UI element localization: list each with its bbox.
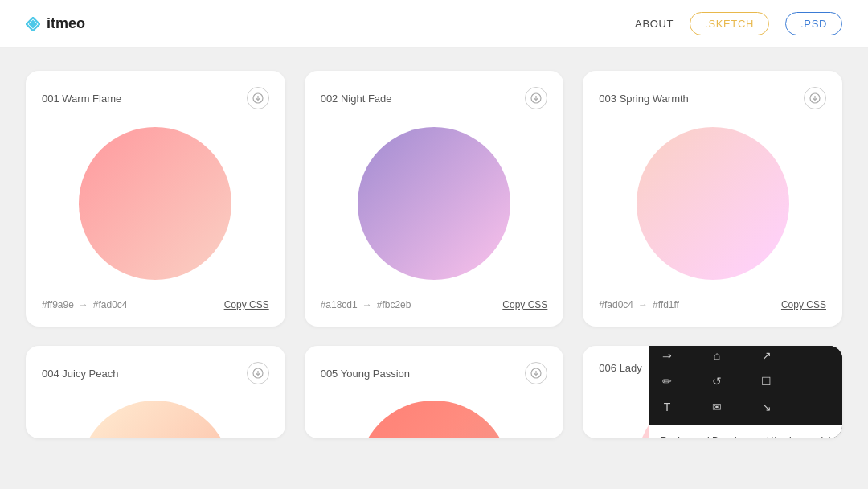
color-from-003: #fad0c4 xyxy=(599,299,633,310)
main-content: 001 Warm Flame #ff9a9e → #fad0c4 xyxy=(0,48,868,461)
card-header-001: 001 Warm Flame xyxy=(42,87,269,109)
download-button-004[interactable] xyxy=(247,362,269,384)
gradient-circle-002 xyxy=(358,127,510,280)
download-icon-004 xyxy=(252,368,264,379)
partial-circle-004 xyxy=(42,394,269,438)
card-footer-001: #ff9a9e → #fad0c4 Copy CSS xyxy=(42,299,269,310)
tooltip-icon-grid: ⇒ ⌂ ↗ ✏ ↺ ☐ T ✉ ↘ xyxy=(649,346,842,425)
gradient-circle-004 xyxy=(79,401,231,438)
download-button-003[interactable] xyxy=(804,87,826,109)
gradient-circle-003 xyxy=(637,127,789,280)
card-title-003: 003 Spring Warmth xyxy=(599,92,689,105)
tooltip-icon-forward[interactable]: ⇒ xyxy=(656,346,678,367)
color-to-003: #ffd1ff xyxy=(653,299,679,310)
download-icon-005 xyxy=(530,368,542,379)
tooltip-icon-empty xyxy=(805,346,828,367)
card-title-002: 002 Night Fade xyxy=(321,92,392,105)
card-title-004: 004 Juicy Peach xyxy=(42,368,118,380)
card-header-005: 005 Young Passion xyxy=(321,362,548,384)
color-codes-001: #ff9a9e → #fad0c4 xyxy=(42,299,128,310)
card-header-004: 004 Juicy Peach xyxy=(42,362,269,384)
card-header-003: 003 Spring Warmth xyxy=(599,87,826,109)
color-from-001: #ff9a9e xyxy=(42,299,74,310)
card-003: 003 Spring Warmth #fad0c4 → #ffd1ff xyxy=(583,71,842,327)
color-from-002: #a18cd1 xyxy=(321,299,358,310)
arrow-003: → xyxy=(638,299,648,310)
logo-text: itmeo xyxy=(47,15,85,32)
tooltip-icon-export[interactable]: ↗ xyxy=(755,346,778,367)
card-001: 001 Warm Flame #ff9a9e → #fad0c4 xyxy=(26,71,285,327)
color-codes-003: #fad0c4 → #ffd1ff xyxy=(599,299,679,310)
circle-container-001 xyxy=(42,119,269,288)
partial-circle-005 xyxy=(321,394,548,438)
card-footer-002: #a18cd1 → #fbc2eb Copy CSS xyxy=(321,299,548,310)
download-icon-001 xyxy=(252,92,264,104)
about-link[interactable]: ABOUT xyxy=(635,18,674,30)
tooltip-icon-refresh[interactable]: ↺ xyxy=(706,370,728,392)
tooltip-overlay: ⇒ ⌂ ↗ ✏ ↺ ☐ T ✉ ↘ Design and Development… xyxy=(649,346,842,438)
card-grid: 001 Warm Flame #ff9a9e → #fad0c4 xyxy=(26,71,842,438)
tooltip-icon-home[interactable]: ⌂ xyxy=(706,346,728,367)
download-button-005[interactable] xyxy=(525,362,547,384)
logo-icon xyxy=(26,17,40,31)
header-nav: ABOUT .SKETCH .PSD xyxy=(635,12,842,35)
tooltip-icon-pen[interactable]: ✏ xyxy=(656,370,678,392)
card-004: 004 Juicy Peach xyxy=(26,346,285,438)
arrow-001: → xyxy=(79,299,88,310)
sketch-button[interactable]: .SKETCH xyxy=(690,12,769,35)
gradient-circle-001 xyxy=(79,127,231,280)
copy-css-button-003[interactable]: Copy CSS xyxy=(781,299,826,310)
copy-css-button-002[interactable]: Copy CSS xyxy=(502,299,547,310)
tooltip-icon-arrow[interactable]: ↘ xyxy=(755,396,778,418)
tooltip-icon-empty3 xyxy=(805,396,828,418)
psd-button[interactable]: .PSD xyxy=(785,12,842,35)
tooltip-icon-email[interactable]: ✉ xyxy=(706,396,728,418)
header: itmeo ABOUT .SKETCH .PSD xyxy=(0,0,868,48)
card-title-001: 001 Warm Flame xyxy=(42,92,121,105)
card-005: 005 Young Passion xyxy=(305,346,564,438)
download-icon-002 xyxy=(530,92,542,104)
tooltip-icon-empty2 xyxy=(805,370,828,392)
tooltip-icon-frame[interactable]: ☐ xyxy=(755,370,778,392)
color-to-001: #fad0c4 xyxy=(93,299,128,310)
circle-container-002 xyxy=(321,119,548,288)
logo: itmeo xyxy=(26,15,85,32)
card-footer-003: #fad0c4 → #ffd1ff Copy CSS xyxy=(599,299,826,310)
copy-css-button-001[interactable]: Copy CSS xyxy=(224,299,269,310)
download-button-001[interactable] xyxy=(247,87,269,109)
circle-container-003 xyxy=(599,119,826,288)
color-to-002: #fbc2eb xyxy=(377,299,411,310)
arrow-002: → xyxy=(362,299,372,310)
download-button-002[interactable] xyxy=(525,87,547,109)
color-codes-002: #a18cd1 → #fbc2eb xyxy=(321,299,411,310)
download-icon-003 xyxy=(809,92,821,104)
tooltip-text: Design and Development tips in your inbo… xyxy=(649,425,842,438)
card-title-006: 006 Lady xyxy=(599,362,642,374)
card-header-002: 002 Night Fade xyxy=(321,87,548,109)
card-title-005: 005 Young Passion xyxy=(321,368,410,380)
tooltip-icon-text[interactable]: T xyxy=(656,396,678,418)
card-002: 002 Night Fade #a18cd1 → #fbc2eb xyxy=(305,71,564,327)
gradient-circle-005 xyxy=(358,401,510,438)
card-006: 006 Lady ⇒ ⌂ ↗ ✏ ↺ ☐ T ✉ ↘ xyxy=(583,346,842,438)
